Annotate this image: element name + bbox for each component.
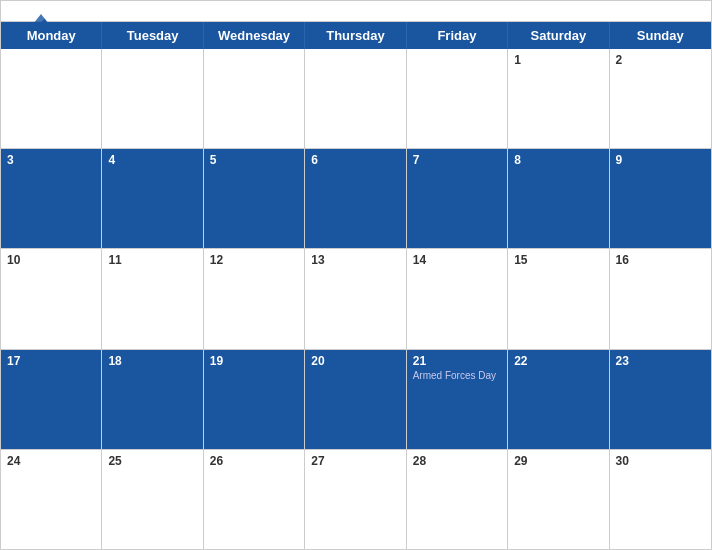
day-header-saturday: Saturday xyxy=(508,22,609,49)
day-cell-7: 7 xyxy=(407,149,508,248)
day-cell-17: 17 xyxy=(1,350,102,449)
day-cell-23: 23 xyxy=(610,350,711,449)
day-number: 13 xyxy=(311,253,399,267)
calendar-container: MondayTuesdayWednesdayThursdayFridaySatu… xyxy=(0,0,712,550)
day-number: 16 xyxy=(616,253,705,267)
day-cell-9: 9 xyxy=(610,149,711,248)
day-number: 28 xyxy=(413,454,501,468)
day-headers-row: MondayTuesdayWednesdayThursdayFridaySatu… xyxy=(1,22,711,49)
day-number: 4 xyxy=(108,153,196,167)
day-cell-20: 20 xyxy=(305,350,406,449)
day-cell-empty-1 xyxy=(102,49,203,148)
day-number: 14 xyxy=(413,253,501,267)
day-number: 22 xyxy=(514,354,602,368)
day-number: 20 xyxy=(311,354,399,368)
day-cell-empty-2 xyxy=(204,49,305,148)
day-cell-8: 8 xyxy=(508,149,609,248)
day-number: 23 xyxy=(616,354,705,368)
day-cell-25: 25 xyxy=(102,450,203,549)
day-cell-28: 28 xyxy=(407,450,508,549)
day-number: 26 xyxy=(210,454,298,468)
day-cell-22: 22 xyxy=(508,350,609,449)
logo xyxy=(21,9,61,41)
day-cell-6: 6 xyxy=(305,149,406,248)
day-cell-12: 12 xyxy=(204,249,305,348)
calendar-grid: MondayTuesdayWednesdayThursdayFridaySatu… xyxy=(1,21,711,549)
week-row-5: 24252627282930 xyxy=(1,450,711,549)
day-number: 30 xyxy=(616,454,705,468)
day-cell-26: 26 xyxy=(204,450,305,549)
day-cell-empty-3 xyxy=(305,49,406,148)
day-number: 5 xyxy=(210,153,298,167)
weeks-container: 123456789101112131415161718192021Armed F… xyxy=(1,49,711,549)
day-cell-24: 24 xyxy=(1,450,102,549)
day-number: 17 xyxy=(7,354,95,368)
day-cell-18: 18 xyxy=(102,350,203,449)
week-row-3: 10111213141516 xyxy=(1,249,711,349)
day-cell-empty-4 xyxy=(407,49,508,148)
day-cell-29: 29 xyxy=(508,450,609,549)
day-header-sunday: Sunday xyxy=(610,22,711,49)
calendar-header xyxy=(1,1,711,21)
day-number: 18 xyxy=(108,354,196,368)
day-cell-10: 10 xyxy=(1,249,102,348)
day-cell-30: 30 xyxy=(610,450,711,549)
day-number: 3 xyxy=(7,153,95,167)
day-cell-empty-0 xyxy=(1,49,102,148)
day-number: 9 xyxy=(616,153,705,167)
day-cell-1: 1 xyxy=(508,49,609,148)
day-header-friday: Friday xyxy=(407,22,508,49)
day-header-tuesday: Tuesday xyxy=(102,22,203,49)
day-cell-11: 11 xyxy=(102,249,203,348)
day-cell-5: 5 xyxy=(204,149,305,248)
day-number: 2 xyxy=(616,53,705,67)
day-number: 24 xyxy=(7,454,95,468)
day-header-thursday: Thursday xyxy=(305,22,406,49)
day-number: 25 xyxy=(108,454,196,468)
holiday-label: Armed Forces Day xyxy=(413,370,501,382)
day-number: 8 xyxy=(514,153,602,167)
day-cell-13: 13 xyxy=(305,249,406,348)
week-row-2: 3456789 xyxy=(1,149,711,249)
logo-icon xyxy=(21,9,61,39)
day-number: 10 xyxy=(7,253,95,267)
day-cell-2: 2 xyxy=(610,49,711,148)
day-number: 21 xyxy=(413,354,501,368)
day-cell-14: 14 xyxy=(407,249,508,348)
day-number: 12 xyxy=(210,253,298,267)
day-number: 29 xyxy=(514,454,602,468)
day-cell-4: 4 xyxy=(102,149,203,248)
day-cell-27: 27 xyxy=(305,450,406,549)
day-cell-21: 21Armed Forces Day xyxy=(407,350,508,449)
day-cell-19: 19 xyxy=(204,350,305,449)
day-number: 19 xyxy=(210,354,298,368)
week-row-1: 12 xyxy=(1,49,711,149)
day-number: 7 xyxy=(413,153,501,167)
day-number: 6 xyxy=(311,153,399,167)
day-cell-15: 15 xyxy=(508,249,609,348)
day-number: 15 xyxy=(514,253,602,267)
week-row-4: 1718192021Armed Forces Day2223 xyxy=(1,350,711,450)
day-number: 1 xyxy=(514,53,602,67)
day-number: 11 xyxy=(108,253,196,267)
day-number: 27 xyxy=(311,454,399,468)
day-cell-16: 16 xyxy=(610,249,711,348)
day-cell-3: 3 xyxy=(1,149,102,248)
day-header-wednesday: Wednesday xyxy=(204,22,305,49)
